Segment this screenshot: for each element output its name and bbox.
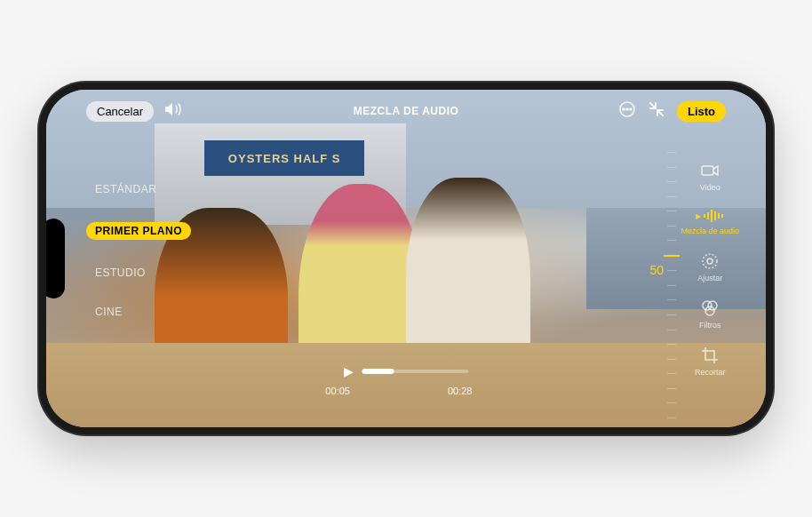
audio-mode-list: ESTÁNDAR PRIMER PLANO ESTUDIO CINE [95,183,191,318]
svg-point-12 [707,258,712,264]
progress-bar[interactable] [362,370,469,373]
mode-studio[interactable]: ESTUDIO [95,266,191,279]
svg-rect-4 [702,166,713,175]
filters-icon [700,298,720,318]
tool-audio-mix[interactable]: ▶ Mezcla de audio [681,208,739,235]
svg-point-11 [703,254,717,268]
dynamic-island [46,219,65,298]
current-time: 00:05 [325,386,350,396]
intensity-value: 50 [649,263,664,277]
tool-crop[interactable]: Recortar [695,346,726,377]
svg-point-1 [623,108,625,110]
svg-rect-6 [707,212,709,219]
mode-cinema[interactable]: CINE [95,306,191,318]
more-icon[interactable] [618,100,636,122]
tool-audio-mix-label: Mezcla de audio [681,227,739,235]
tool-adjust-label: Ajustar [697,274,722,282]
playback-controls: ▶ [344,364,469,378]
svg-point-2 [626,108,628,110]
tool-crop-label: Recortar [695,368,726,377]
svg-rect-8 [714,211,716,220]
tool-filters-label: Filtros [699,321,721,330]
collapse-icon[interactable] [649,101,665,121]
done-button[interactable]: Listo [677,101,726,122]
top-bar: Cancelar MEZCLA DE AUDIO [86,100,726,122]
svg-point-15 [705,306,714,315]
volume-icon[interactable] [164,102,182,120]
phone-frame: OYSTERS HALF S Cancelar [37,81,775,436]
svg-point-14 [708,301,717,310]
page-title: MEZCLA DE AUDIO [354,105,459,117]
mode-foreground[interactable]: PRIMER PLANO [86,222,191,240]
adjust-icon [700,251,720,271]
crop-icon [700,346,720,365]
tool-video-label: Video [700,183,720,192]
svg-rect-10 [721,214,723,218]
svg-rect-5 [704,214,705,218]
tool-adjust[interactable]: Ajustar [697,251,722,282]
mode-standard[interactable]: ESTÁNDAR [95,183,191,195]
play-button[interactable]: ▶ [344,364,354,378]
svg-rect-9 [718,213,720,219]
cancel-button[interactable]: Cancelar [86,101,154,122]
svg-rect-7 [711,210,712,222]
intensity-dial[interactable] [671,152,673,418]
edit-tools: Video ▶ Mezcl [681,161,739,377]
tool-video[interactable]: Video [700,161,720,192]
tool-filters[interactable]: Filtros [699,298,721,330]
screen: OYSTERS HALF S Cancelar [46,90,766,427]
audio-mix-icon: ▶ [696,208,724,224]
progress-fill [362,369,394,374]
total-time: 00:28 [448,386,473,396]
video-icon [700,161,720,180]
svg-point-3 [630,108,632,110]
